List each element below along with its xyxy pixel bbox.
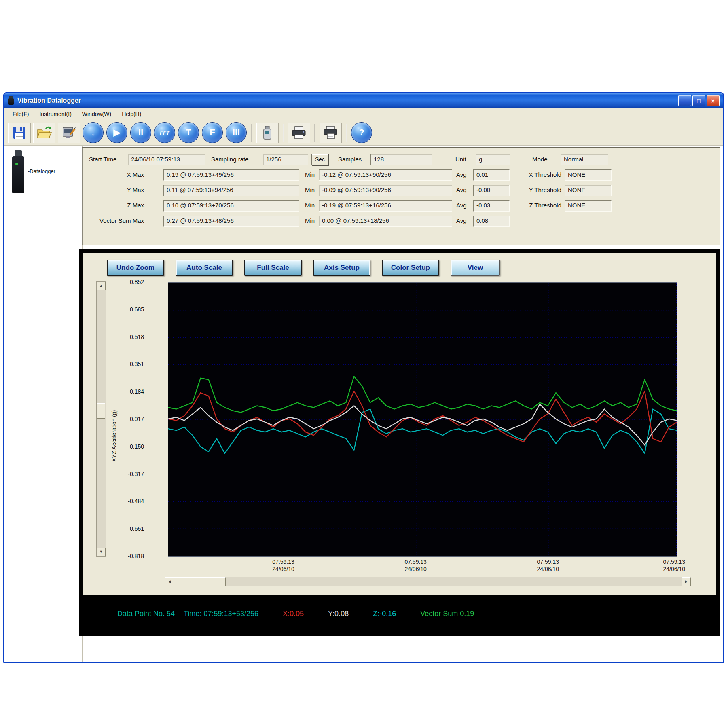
chart-frame: Undo Zoom Auto Scale Full Scale Axis Set… <box>79 249 720 636</box>
color-setup-button[interactable]: Color Setup <box>382 260 439 276</box>
help-button[interactable]: ? <box>351 122 372 143</box>
y-max-label: Y Max <box>83 186 144 195</box>
menu-file[interactable]: File(F) <box>8 110 33 119</box>
x-max-field[interactable]: 0.19 @ 07:59:13+49/256 <box>163 169 299 181</box>
toolbar-separator <box>314 124 315 142</box>
horizontal-scrollbar-thumb[interactable] <box>174 577 226 586</box>
vector-sum-min-field[interactable]: 0.00 @ 07:59:13+18/256 <box>319 216 452 227</box>
frequency-domain-button[interactable]: F <box>202 122 223 143</box>
scroll-down-icon[interactable]: ▼ <box>97 548 106 556</box>
y-readout: Y:0.08 <box>328 609 349 618</box>
x-max-label: X Max <box>83 171 144 179</box>
x-threshold-field[interactable]: NONE <box>565 169 612 181</box>
view-button[interactable]: View <box>451 260 500 276</box>
print-preview-icon[interactable] <box>320 123 341 143</box>
axis-setup-button[interactable]: Axis Setup <box>313 260 370 276</box>
window-title: Vibration Datalogger <box>17 97 81 104</box>
print-icon[interactable] <box>288 123 310 143</box>
y-tick: -0.818 <box>128 553 144 559</box>
x-axis-ticks: 07:59:1324/06/10 07:59:1324/06/10 07:59:… <box>168 558 677 575</box>
client-area: -Datalogger Start Time 24/06/10 07:59:13… <box>4 146 723 662</box>
time-domain-button[interactable]: T <box>178 122 199 143</box>
chart-panel: Undo Zoom Auto Scale Full Scale Axis Set… <box>83 253 716 595</box>
vector-sum-readout: Vector Sum 0.19 <box>420 609 474 618</box>
undo-zoom-button[interactable]: Undo Zoom <box>107 260 164 276</box>
z-avg-label: Avg <box>456 202 467 210</box>
toolbar: ↓ ▶ II FFT T F III ? <box>4 120 723 146</box>
vector-sum-avg-field[interactable]: 0.08 <box>473 216 510 227</box>
app-icon <box>8 96 14 106</box>
z-min-field[interactable]: -0.19 @ 07:59:13+16/256 <box>319 200 452 212</box>
cursor-status-bar: Data Point No. 54 Time: 07:59:13+53/256 … <box>83 595 716 632</box>
sampling-rate-field[interactable]: 1/256 <box>263 154 308 165</box>
time-readout: Time: 07:59:13+53/256 <box>184 609 258 618</box>
full-scale-button[interactable]: Full Scale <box>244 260 302 276</box>
device-led <box>15 163 18 165</box>
x-avg-field[interactable]: 0.01 <box>473 169 510 181</box>
mode-field[interactable]: Normal <box>561 154 608 165</box>
pause-button[interactable]: II <box>130 122 151 143</box>
y-tick: -0.484 <box>128 498 144 504</box>
unit-field[interactable]: g <box>476 154 510 165</box>
z-max-label: Z Max <box>83 202 144 210</box>
x-threshold-label: X Threshold <box>512 171 561 179</box>
scroll-right-icon[interactable]: ▶ <box>682 577 691 586</box>
mode-label: Mode <box>532 156 548 164</box>
histogram-button[interactable]: III <box>226 122 247 143</box>
y-tick: 0.518 <box>130 334 144 340</box>
scroll-left-icon[interactable]: ◀ <box>165 577 174 586</box>
instrument-setup-icon[interactable] <box>58 123 80 143</box>
vertical-scrollbar[interactable]: ▲ ▼ <box>96 281 106 557</box>
samples-field[interactable]: 128 <box>370 154 432 165</box>
app-window: Vibration Datalogger _ □ × File(F) Instr… <box>3 92 724 663</box>
start-time-field[interactable]: 24/06/10 07:59:13 <box>128 154 205 165</box>
toolbar-separator <box>346 124 347 142</box>
y-avg-field[interactable]: -0.00 <box>473 185 510 196</box>
z-avg-field[interactable]: -0.03 <box>473 200 510 212</box>
download-data-button[interactable]: ↓ <box>83 122 104 143</box>
y-axis-ticks: 0.852 0.685 0.518 0.351 0.184 0.017 -0.1… <box>107 279 144 559</box>
menu-help[interactable]: Help(H) <box>118 110 145 119</box>
x-min-field[interactable]: -0.12 @ 07:59:13+90/256 <box>319 169 452 181</box>
open-icon[interactable] <box>33 123 55 143</box>
datalogger-device-icon[interactable] <box>10 150 26 197</box>
close-button[interactable]: × <box>707 95 720 106</box>
datalogger-device-icon[interactable] <box>256 123 278 143</box>
menu-bar: File(F) Instrument(I) Window(W) Help(H) <box>4 108 723 120</box>
sidebar-item-datalogger[interactable]: -Datalogger <box>28 168 55 174</box>
save-icon[interactable] <box>8 123 30 143</box>
y-min-field[interactable]: -0.09 @ 07:59:13+90/256 <box>319 185 452 196</box>
play-button[interactable]: ▶ <box>106 122 127 143</box>
vector-sum-min-label: Min <box>305 217 315 225</box>
horizontal-scrollbar[interactable]: ◀ ▶ <box>165 577 691 586</box>
waveform-plot[interactable] <box>168 282 677 557</box>
z-max-field[interactable]: 0.10 @ 07:59:13+70/256 <box>163 200 299 212</box>
samples-label: Samples <box>338 156 362 164</box>
minimize-button[interactable]: _ <box>678 95 691 106</box>
menu-window[interactable]: Window(W) <box>78 110 115 119</box>
y-tick: 0.685 <box>130 306 144 313</box>
sampling-rate-label: Sampling rate <box>211 156 249 164</box>
maximize-button[interactable]: □ <box>692 95 705 106</box>
z-threshold-field[interactable]: NONE <box>565 200 612 212</box>
scroll-up-icon[interactable]: ▲ <box>97 282 106 290</box>
x-tick: 07:59:1324/06/10 <box>404 558 427 573</box>
fft-button[interactable]: FFT <box>154 122 175 143</box>
vector-sum-max-field[interactable]: 0.27 @ 07:59:13+48/256 <box>163 216 299 227</box>
menu-instrument[interactable]: Instrument(I) <box>35 110 75 119</box>
unit-label: Unit <box>455 156 466 164</box>
chart-toolbar: Undo Zoom Auto Scale Full Scale Axis Set… <box>107 260 500 276</box>
y-tick: 0.852 <box>130 279 144 285</box>
y-tick: -0.150 <box>128 443 144 450</box>
y-max-field[interactable]: 0.11 @ 07:59:13+94/256 <box>163 185 299 196</box>
y-threshold-field[interactable]: NONE <box>565 185 612 196</box>
toolbar-separator <box>283 124 284 142</box>
x-tick: 07:59:1324/06/10 <box>663 558 685 573</box>
y-tick: 0.184 <box>130 388 144 395</box>
start-time-label: Start Time <box>89 156 116 164</box>
auto-scale-button[interactable]: Auto Scale <box>176 260 233 276</box>
vertical-scrollbar-thumb[interactable] <box>97 403 105 419</box>
sec-button[interactable]: Sec <box>311 154 328 165</box>
y-threshold-label: Y Threshold <box>512 186 561 195</box>
z-threshold-label: Z Threshold <box>512 202 561 210</box>
